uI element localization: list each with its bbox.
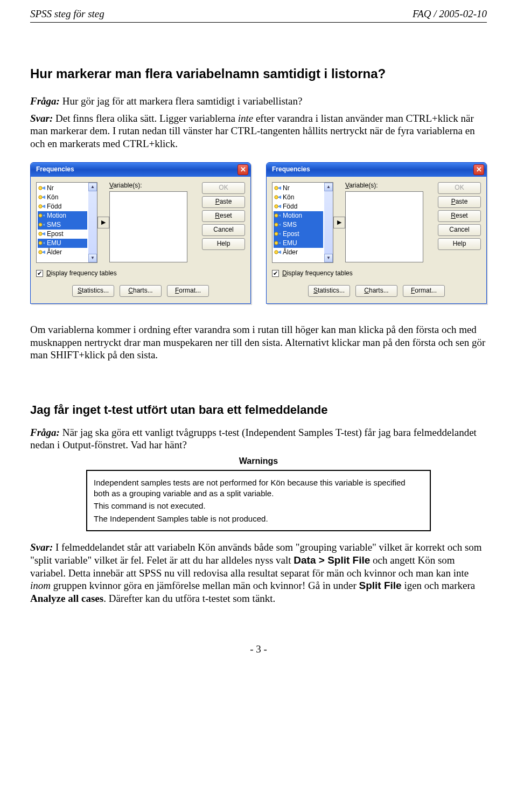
variable-icon <box>274 184 282 192</box>
dialog-bottom-buttons: Statistics...Charts...Format... <box>36 281 245 297</box>
variable-item[interactable]: Nr <box>38 184 87 193</box>
svg-point-11 <box>275 214 278 217</box>
format-button[interactable]: Format... <box>403 285 445 297</box>
format-button[interactable]: Format... <box>167 285 209 297</box>
variable-item[interactable]: Epost <box>38 230 87 239</box>
paste-button[interactable]: Paste <box>202 196 245 208</box>
variable-name: Född <box>47 203 61 211</box>
variable-icon <box>38 184 46 192</box>
variable-icon <box>38 193 46 201</box>
variable-icon <box>38 203 46 210</box>
reset-button[interactable]: Reset <box>202 210 245 222</box>
variable-item[interactable]: SMS <box>274 220 323 230</box>
cancel-button[interactable]: Cancel <box>202 224 245 236</box>
statistics-button[interactable]: Statistics... <box>308 285 350 297</box>
variable-item[interactable]: Nr <box>274 184 323 193</box>
variables-label: Variable(s): <box>109 182 187 191</box>
scroll-down-icon[interactable]: ▼ <box>324 254 333 262</box>
question-label: Fråga: <box>30 95 60 107</box>
ans-part-d: igen och markera <box>402 580 476 591</box>
close-icon[interactable]: ✕ <box>237 164 248 175</box>
warnings-box: Independent samples tests are not perfor… <box>86 470 431 531</box>
help-button[interactable]: Help <box>202 238 245 250</box>
close-icon[interactable]: ✕ <box>473 164 484 175</box>
variable-icon <box>38 248 46 256</box>
scroll-up-icon[interactable]: ▲ <box>324 183 333 191</box>
variable-item[interactable]: Kön <box>38 193 87 202</box>
variable-icon <box>274 248 282 256</box>
svg-point-5 <box>39 232 42 235</box>
dialog-titlebar[interactable]: Frequencies✕ <box>267 163 486 177</box>
display-frequency-tables-checkbox[interactable]: ✔Display frequency tables <box>36 269 245 277</box>
selected-variables-listbox[interactable] <box>345 191 423 262</box>
variable-item[interactable]: Född <box>38 202 87 211</box>
svg-point-0 <box>39 186 42 190</box>
reset-button[interactable]: Reset <box>438 210 481 222</box>
scroll-down-icon[interactable]: ▼ <box>88 254 97 262</box>
scrollbar[interactable]: ▲▼ <box>324 183 333 262</box>
variable-name: Nr <box>47 184 54 192</box>
page-header: SPSS steg för steg FAQ / 2005-02-10 <box>30 8 487 20</box>
variable-item[interactable]: Motion <box>274 211 323 220</box>
question-text: Hur gör jag för att markera flera samtid… <box>60 95 303 107</box>
variable-listbox[interactable]: NrKönFöddMotionSMSEpostEMUÅlder▲▼ <box>36 182 97 263</box>
variable-item[interactable]: Ålder <box>274 248 323 257</box>
scroll-track[interactable] <box>88 191 97 254</box>
charts-button[interactable]: Charts... <box>355 285 397 297</box>
variable-item[interactable]: EMU <box>274 239 323 248</box>
help-button[interactable]: Help <box>438 238 481 250</box>
section2-question: Fråga: När jag ska göra ett vanligt tvåg… <box>30 426 487 452</box>
dialog-titlebar[interactable]: Frequencies✕ <box>31 163 250 177</box>
answer-label-2: Svar: <box>30 542 53 553</box>
variable-name: Nr <box>283 184 290 192</box>
section1-answer: Svar: Det finns flera olika sätt. Ligger… <box>30 112 487 150</box>
variable-item[interactable]: Epost <box>274 230 323 239</box>
warnings-title: Warnings <box>30 456 487 467</box>
answer-emph-inte: inte <box>238 113 254 124</box>
move-right-button[interactable]: ▶ <box>333 217 345 228</box>
ans-part-c: gruppen kvinnor göra en jämförelse mella… <box>51 580 359 591</box>
dialog-title: Frequencies <box>272 165 310 173</box>
ok-button[interactable]: OK <box>438 182 481 194</box>
display-frequency-tables-checkbox[interactable]: ✔Display frequency tables <box>272 269 481 277</box>
variable-item[interactable]: Född <box>274 202 323 211</box>
variable-item[interactable]: Ålder <box>38 248 87 257</box>
cancel-button[interactable]: Cancel <box>438 224 481 236</box>
variable-icon <box>38 221 46 228</box>
scroll-up-icon[interactable]: ▲ <box>88 183 97 191</box>
variable-icon <box>274 193 282 201</box>
charts-button[interactable]: Charts... <box>120 285 162 297</box>
ans-bold-analyze-all: Analyze all cases <box>30 593 103 604</box>
menu-data-splitfile: Data > Split File <box>294 554 370 566</box>
statistics-button[interactable]: Statistics... <box>72 285 114 297</box>
scroll-track[interactable] <box>324 191 333 254</box>
ok-button[interactable]: OK <box>202 182 245 194</box>
variable-icon <box>274 239 282 247</box>
screenshot-pair: Frequencies✕NrKönFöddMotionSMSEpostEMUÅl… <box>30 162 487 304</box>
section2-answer: Svar: I felmeddelandet står att variabel… <box>30 541 487 605</box>
checkbox-label: Display frequency tables <box>46 269 117 277</box>
variable-item[interactable]: Motion <box>38 211 87 220</box>
svg-point-9 <box>275 196 278 199</box>
variable-name: Kön <box>47 193 58 202</box>
variable-icon <box>38 212 46 219</box>
move-right-button[interactable]: ▶ <box>97 217 109 228</box>
svg-point-3 <box>39 214 42 217</box>
scrollbar[interactable]: ▲▼ <box>88 183 97 262</box>
variable-listbox[interactable]: NrKönFöddMotionSMSEpostEMUÅlder▲▼ <box>272 182 333 263</box>
variable-icon <box>274 230 282 238</box>
svg-point-1 <box>39 196 42 199</box>
variables-label: Variable(s): <box>345 182 423 191</box>
selected-variables-listbox[interactable] <box>109 191 187 262</box>
ans-emph-inom: inom <box>30 580 51 591</box>
section1-question: Fråga: Hur gör jag för att markera flera… <box>30 95 487 108</box>
variable-item[interactable]: EMU <box>38 239 87 248</box>
frequencies-dialog-right: Frequencies✕NrKönFöddMotionSMSEpostEMUÅl… <box>266 162 487 304</box>
variable-item[interactable]: SMS <box>38 220 87 230</box>
paste-button[interactable]: Paste <box>438 196 481 208</box>
svg-point-8 <box>275 186 278 190</box>
warning-line-3: The Independent Samples table is not pro… <box>94 513 423 524</box>
header-right: FAQ / 2005-02-10 <box>413 8 487 20</box>
dialog-bottom-buttons: Statistics...Charts...Format... <box>272 281 481 297</box>
variable-item[interactable]: Kön <box>274 193 323 202</box>
